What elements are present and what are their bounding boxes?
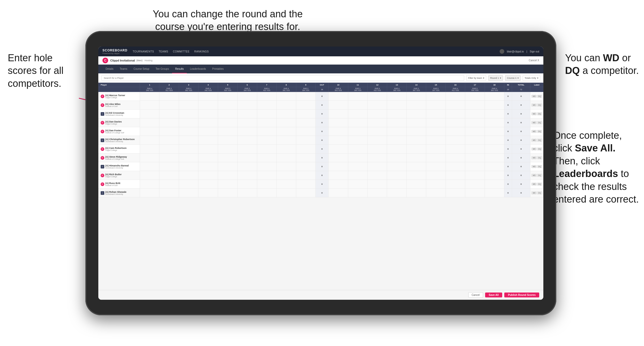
score-cell-h9[interactable] [296,145,315,153]
totals-only-toggle[interactable]: Totals Only ▾ [523,75,540,81]
score-cell-h13[interactable] [387,118,406,127]
score-input-h4[interactable] [205,148,211,150]
score-cell-h4[interactable] [198,189,218,197]
score-input-h12[interactable] [374,157,380,159]
score-cell-h3[interactable] [179,145,198,153]
score-cell-h5[interactable] [218,127,237,136]
score-cell-h5[interactable] [218,180,237,189]
score-input-h8[interactable] [283,183,289,185]
score-input-h17[interactable] [472,165,478,168]
score-input-h7[interactable] [264,192,270,194]
score-input-h7[interactable] [264,139,270,141]
score-input-h16[interactable] [453,192,458,194]
score-cell-h15[interactable] [426,118,446,127]
score-cell-h9[interactable] [296,118,315,127]
score-input-h7[interactable] [264,130,270,133]
score-input-h10[interactable] [335,192,341,194]
score-input-h10[interactable] [335,139,341,141]
tab-details[interactable]: Details [102,65,117,73]
dq-button[interactable]: DQ [537,148,542,150]
score-cell-h11[interactable] [348,180,367,189]
score-cell-h1[interactable] [140,189,159,197]
score-input-h13[interactable] [394,104,400,106]
score-cell-h16[interactable] [446,145,465,153]
wd-button[interactable]: WD [531,130,537,133]
score-cell-h14[interactable] [406,92,426,101]
score-input-h8[interactable] [283,139,289,141]
score-input-h1[interactable] [147,165,152,168]
score-input-h6[interactable] [244,148,250,150]
score-cell-h12[interactable] [368,110,387,118]
score-cell-h2[interactable] [159,92,179,101]
score-cell-h6[interactable] [238,153,257,162]
score-cell-h8[interactable] [277,171,296,180]
score-input-h5[interactable] [225,121,231,124]
score-cell-h3[interactable] [179,118,198,127]
score-cell-h1[interactable] [140,136,159,145]
score-input-h12[interactable] [374,104,380,106]
score-input-h10[interactable] [335,183,341,185]
score-cell-h14[interactable] [406,145,426,153]
score-input-h12[interactable] [374,95,380,97]
score-cell-h5[interactable] [218,118,237,127]
score-cell-h4[interactable] [198,101,218,110]
wd-button[interactable]: WD [531,191,537,194]
score-cell-h9[interactable] [296,180,315,189]
score-input-h7[interactable] [264,121,270,124]
score-input-h15[interactable] [433,104,439,106]
wd-button[interactable]: WD [531,112,537,115]
score-input-h6[interactable] [244,157,250,159]
score-cell-h16[interactable] [446,101,465,110]
score-cell-h18[interactable] [485,153,504,162]
score-cell-h17[interactable] [465,189,485,197]
score-cell-h1[interactable] [140,180,159,189]
score-cell-h15[interactable] [426,101,446,110]
score-input-h1[interactable] [147,104,152,106]
score-input-h7[interactable] [264,174,270,176]
dq-button[interactable]: DQ [537,112,542,115]
score-cell-h11[interactable] [348,110,367,118]
score-input-h18[interactable] [492,192,497,194]
score-input-h16[interactable] [453,165,458,168]
score-cell-h14[interactable] [406,180,426,189]
score-cell-h4[interactable] [198,162,218,171]
score-input-h11[interactable] [355,192,361,194]
score-input-h8[interactable] [283,165,289,168]
score-input-h2[interactable] [166,192,172,194]
course-dropdown[interactable]: Course A ▾ [505,75,521,81]
score-input-h9[interactable] [303,174,309,176]
score-cell-h18[interactable] [485,92,504,101]
score-input-h15[interactable] [433,130,439,133]
score-cell-h16[interactable] [446,127,465,136]
score-input-h6[interactable] [244,165,250,168]
score-cell-h3[interactable] [179,127,198,136]
score-input-h14[interactable] [413,165,419,168]
score-cell-h11[interactable] [348,127,367,136]
score-input-h9[interactable] [303,183,309,185]
score-cell-h7[interactable] [257,110,276,118]
score-cell-h18[interactable] [485,180,504,189]
score-input-h18[interactable] [492,95,497,97]
score-cell-h17[interactable] [465,127,485,136]
score-cell-h8[interactable] [277,180,296,189]
score-input-h14[interactable] [413,113,419,115]
score-cell-h5[interactable] [218,101,237,110]
score-input-h9[interactable] [303,139,309,141]
score-cell-h10[interactable] [329,110,348,118]
score-input-h11[interactable] [355,183,361,185]
score-input-h3[interactable] [186,157,191,159]
score-cell-h5[interactable] [218,171,237,180]
score-input-h2[interactable] [166,113,172,115]
score-cell-h8[interactable] [277,153,296,162]
score-input-h18[interactable] [492,139,497,141]
wd-button[interactable]: WD [531,148,537,150]
score-cell-h3[interactable] [179,153,198,162]
score-input-h1[interactable] [147,148,152,150]
score-cell-h14[interactable] [406,153,426,162]
score-cell-h4[interactable] [198,145,218,153]
score-input-h3[interactable] [186,139,191,141]
score-cell-h16[interactable] [446,118,465,127]
score-cell-h9[interactable] [296,136,315,145]
score-cell-h13[interactable] [387,127,406,136]
score-cell-h10[interactable] [329,118,348,127]
